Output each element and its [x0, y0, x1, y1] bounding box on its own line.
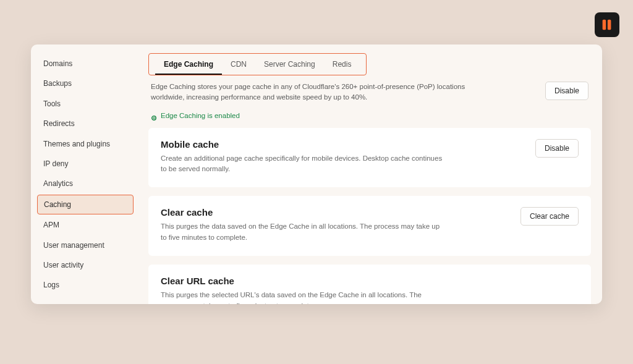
disable-edge-caching-button[interactable]: Disable [545, 82, 588, 100]
svg-point-3 [153, 117, 155, 119]
sidebar-item-user-activity[interactable]: User activity [37, 256, 134, 274]
intro-description: Edge Caching stores your page cache in a… [151, 82, 472, 103]
card-title: Clear cache [161, 207, 445, 218]
sidebar-item-backups[interactable]: Backups [37, 74, 134, 93]
sidebar-item-themes-plugins[interactable]: Themes and plugins [37, 135, 134, 153]
sidebar-item-domains[interactable]: Domains [37, 54, 134, 73]
tabs: Edge Caching CDN Server Caching Redis [148, 53, 367, 75]
status-row: Edge Caching is enabled [148, 112, 591, 119]
sidebar-item-logs[interactable]: Logs [37, 276, 134, 294]
tab-edge-caching[interactable]: Edge Caching [155, 54, 222, 75]
card-body: Clear URL cache This purges the selected… [161, 276, 445, 304]
sidebar-item-ip-deny[interactable]: IP deny [37, 154, 134, 173]
card-clear-cache: Clear cache This purges the data saved o… [148, 196, 591, 256]
clear-cache-button[interactable]: Clear cache [520, 207, 579, 226]
sidebar-item-user-management[interactable]: User management [37, 236, 134, 255]
status-text: Edge Caching is enabled [161, 112, 240, 119]
sidebar-item-apm[interactable]: APM [37, 216, 134, 234]
svg-rect-0 [603, 20, 606, 30]
card-body: Clear cache This purges the data saved o… [161, 207, 445, 243]
settings-panel: Domains Backups Tools Redirects Themes a… [31, 44, 602, 304]
sidebar-item-analytics[interactable]: Analytics [37, 174, 134, 193]
sidebar-item-caching[interactable]: Caching [37, 195, 134, 214]
card-description: This purges the selected URL's data save… [161, 290, 445, 304]
card-description: Create an additional page cache specific… [161, 153, 445, 176]
card-title: Mobile cache [161, 139, 445, 150]
brand-icon [600, 18, 614, 32]
sidebar-item-tools[interactable]: Tools [37, 95, 134, 113]
card-clear-url-cache: Clear URL cache This purges the selected… [148, 265, 591, 304]
card-body: Mobile cache Create an additional page c… [161, 139, 445, 176]
svg-rect-1 [608, 20, 611, 30]
tab-redis[interactable]: Redis [324, 54, 360, 75]
disable-mobile-cache-button[interactable]: Disable [535, 139, 579, 158]
status-enabled-icon [151, 112, 157, 119]
intro-section: Edge Caching stores your page cache in a… [148, 82, 591, 107]
sidebar: Domains Backups Tools Redirects Themes a… [31, 44, 140, 304]
card-title: Clear URL cache [161, 276, 445, 286]
card-mobile-cache: Mobile cache Create an additional page c… [148, 128, 591, 188]
sidebar-item-redirects[interactable]: Redirects [37, 114, 134, 133]
tab-cdn[interactable]: CDN [222, 54, 255, 75]
main-content: Edge Caching CDN Server Caching Redis Ed… [140, 44, 602, 304]
card-description: This purges the data saved on the Edge C… [161, 221, 445, 243]
tab-server-caching[interactable]: Server Caching [255, 54, 324, 75]
brand-logo [595, 12, 619, 37]
